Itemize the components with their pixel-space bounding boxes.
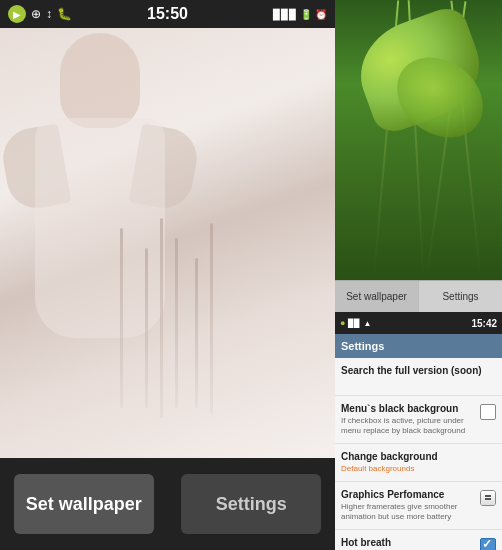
settings-item-search[interactable]: Search the full version (soon)	[335, 358, 502, 396]
settings-signal-icon: ▉▉	[348, 319, 360, 328]
drip-1	[120, 228, 123, 408]
settings-item-search-title: Search the full version (soon)	[341, 364, 492, 377]
settings-item-change-bg-subtitle: Default backgrounds	[341, 464, 492, 474]
settings-tab[interactable]: Settings	[419, 281, 502, 312]
drip-5	[195, 258, 198, 408]
signal-icon: ▉▉▉	[273, 9, 297, 20]
settings-title-bar: Settings	[335, 334, 502, 358]
settings-item-change-bg[interactable]: Change background Default backgrounds	[335, 444, 502, 482]
left-status-time: 15:50	[147, 5, 188, 23]
spinner-up-arrow	[485, 495, 491, 497]
graphics-spinner-widget[interactable]	[480, 490, 496, 506]
left-panel: ▶ ⊕ ↕ 🐛 15:50 ▉▉▉ 🔋 ⏰ Set wallpaper Sett…	[0, 0, 335, 550]
settings-checkbox-hot-breath[interactable]	[480, 538, 496, 550]
settings-item-graphics-title: Graphics Perfomance	[341, 488, 476, 501]
drip-2	[145, 248, 148, 408]
settings-android-icon: ●	[340, 318, 345, 328]
drip-6	[210, 223, 213, 413]
settings-status-time: 15:42	[471, 318, 497, 329]
right-status-icons-left-panel: ▉▉▉ 🔋 ⏰	[273, 9, 327, 20]
settings-item-menu-bg[interactable]: Menu`s black backgroun If checkbox is ac…	[335, 396, 502, 444]
right-panel: Set wallpaper Settings ● ▉▉ ▲ 15:42 Sett…	[335, 0, 502, 550]
settings-item-menu-bg-content: Menu`s black backgroun If checkbox is ac…	[341, 402, 480, 437]
settings-wifi-icon: ▲	[363, 319, 371, 328]
settings-item-hot-breath-content: Hot breath Steamy effect by proximity se…	[341, 536, 480, 550]
settings-checkbox-menu-bg[interactable]	[480, 404, 496, 420]
right-wallpaper-preview	[335, 0, 502, 280]
set-wallpaper-button[interactable]: Set wallpaper	[14, 474, 154, 534]
battery-icon: 🔋	[300, 9, 312, 20]
alarm-icon: ⏰	[315, 9, 327, 20]
left-bottom-buttons: Set wallpaper Settings	[0, 458, 335, 550]
spinner-down-arrow	[485, 498, 491, 500]
settings-item-menu-bg-subtitle: If checkbox is active, picture under men…	[341, 416, 476, 437]
usb-icon: ⊕	[31, 7, 41, 21]
settings-item-hot-breath-title: Hot breath	[341, 536, 476, 549]
drip-3	[160, 218, 163, 418]
settings-button-left[interactable]: Settings	[181, 474, 321, 534]
settings-item-search-content: Search the full version (soon)	[341, 364, 496, 377]
settings-status-icons-left: ● ▉▉ ▲	[340, 318, 371, 328]
settings-list: Search the full version (soon) Menu`s bl…	[335, 358, 502, 550]
drip-4	[175, 238, 178, 408]
settings-item-graphics[interactable]: Graphics Perfomance Higher framerates gi…	[335, 482, 502, 530]
right-top-buttons-bar: Set wallpaper Settings	[335, 280, 502, 312]
settings-item-menu-bg-title: Menu`s black backgroun	[341, 402, 476, 415]
person-head-shape	[60, 33, 140, 128]
settings-status-bar: ● ▉▉ ▲ 15:42	[335, 312, 502, 334]
android-logo-icon: ▶	[8, 5, 26, 23]
settings-item-change-bg-title: Change background	[341, 450, 492, 463]
bug-icon: 🐛	[57, 7, 72, 21]
left-status-bar: ▶ ⊕ ↕ 🐛 15:50 ▉▉▉ 🔋 ⏰	[0, 0, 335, 28]
wallpaper-preview	[0, 28, 335, 458]
settings-item-graphics-subtitle: Higher framerates give smoother animatio…	[341, 502, 476, 523]
settings-panel: ● ▉▉ ▲ 15:42 Settings Search the full ve…	[335, 312, 502, 550]
left-status-icons: ▶ ⊕ ↕ 🐛	[8, 5, 72, 23]
transfer-icon: ↕	[46, 7, 52, 21]
settings-item-graphics-content: Graphics Perfomance Higher framerates gi…	[341, 488, 480, 523]
settings-item-hot-breath[interactable]: Hot breath Steamy effect by proximity se…	[335, 530, 502, 550]
settings-item-change-bg-content: Change background Default backgrounds	[341, 450, 496, 474]
set-wallpaper-tab[interactable]: Set wallpaper	[335, 281, 419, 312]
settings-title: Settings	[341, 340, 384, 352]
